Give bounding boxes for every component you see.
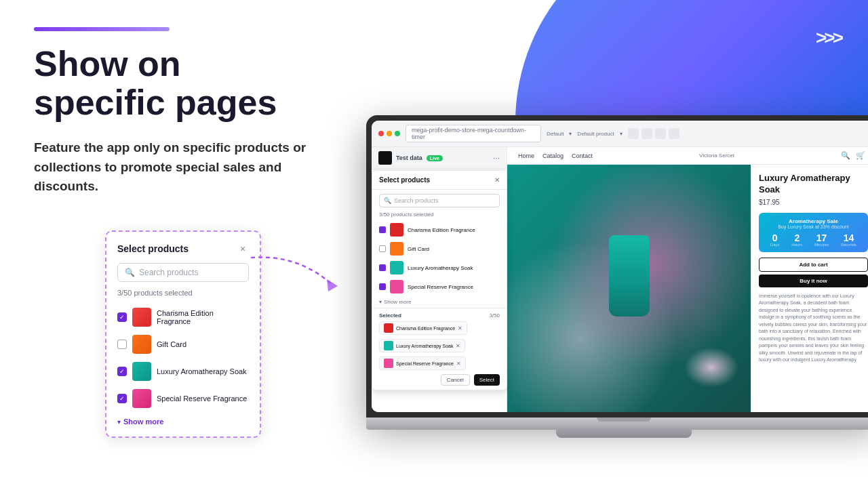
chevron-icon: ▾ bbox=[379, 299, 382, 305]
checkmark-icon-2: ✓ bbox=[119, 368, 125, 375]
nav-links: Home Catalog Contact bbox=[518, 152, 593, 159]
sp-modal-close[interactable]: ✕ bbox=[494, 176, 500, 184]
search-placeholder: Search products bbox=[139, 268, 198, 277]
selected-items-list: Charisma Edition Fragrance ✕ bbox=[379, 321, 500, 335]
modal-footer: Cancel Select bbox=[379, 374, 500, 386]
store-preview: Home Catalog Contact Victoria Sercet 🔍 🛒 bbox=[507, 147, 868, 412]
remove-luxury-button[interactable]: ✕ bbox=[456, 343, 460, 349]
select-button[interactable]: Select bbox=[474, 374, 500, 386]
store-name: Victoria Sercet bbox=[604, 152, 830, 159]
sp-item-special[interactable]: Special Reserve Fragrance bbox=[372, 277, 507, 296]
selected-header: Selected 3/50 bbox=[379, 312, 500, 319]
laptop-screen-outer: mega-profit-demo-store-mega-countdown-ti… bbox=[366, 115, 868, 418]
product-description: Immerse yourself in opulence with our Lu… bbox=[759, 293, 868, 364]
checkbox-charisma[interactable]: ✓ bbox=[117, 312, 127, 322]
accent-bar bbox=[34, 27, 170, 31]
selected-name-luxury: Luxury Aromatherapy Soak bbox=[396, 344, 453, 348]
add-to-cart-button[interactable]: Add to cart bbox=[759, 258, 868, 272]
sp-search[interactable]: 🔍 Search products bbox=[379, 194, 500, 207]
sp-checkbox-special[interactable] bbox=[379, 283, 386, 290]
product-item-charisma[interactable]: ✓ Charisma Edition Fragrance bbox=[117, 304, 249, 331]
selected-name-charisma: Charisma Edition Fragrance bbox=[396, 326, 455, 331]
browser-dots bbox=[378, 131, 400, 136]
sp-item-charisma[interactable]: Charisma Edition Fragrance bbox=[372, 220, 507, 239]
countdown-days-num: 0 bbox=[770, 233, 780, 243]
selected-name-special-sel: Special Reserve Fragrance bbox=[396, 361, 454, 366]
sidebar-logo bbox=[378, 151, 392, 165]
sp-show-more[interactable]: ▾ Show more bbox=[372, 296, 507, 308]
sp-name-charisma: Charisma Edition Fragrance bbox=[408, 227, 475, 233]
nav-link-home[interactable]: Home bbox=[518, 152, 534, 159]
sp-thumb-giftcard bbox=[390, 242, 403, 256]
search-nav-icon[interactable]: 🔍 bbox=[841, 151, 850, 160]
product-name-charisma: Charisma Edition Fragrance bbox=[157, 309, 249, 325]
remove-special-button[interactable]: ✕ bbox=[456, 361, 461, 367]
show-more-text: Show more bbox=[123, 418, 163, 426]
sp-checkbox-charisma[interactable] bbox=[379, 226, 386, 233]
checkbox-giftcard[interactable] bbox=[117, 340, 127, 349]
product-name-special: Special Reserve Fragrance bbox=[157, 394, 247, 403]
laptop-notch bbox=[597, 418, 651, 422]
selected-item-charisma: Charisma Edition Fragrance ✕ bbox=[379, 321, 467, 335]
countdown-seconds: 14 Seconds bbox=[841, 233, 856, 247]
cancel-button[interactable]: Cancel bbox=[441, 374, 470, 386]
main-heading: Show on specific pages bbox=[34, 45, 312, 122]
nav-btn-4[interactable] bbox=[669, 128, 679, 139]
store-navbar: Home Catalog Contact Victoria Sercet 🔍 🛒 bbox=[507, 147, 868, 165]
nav-btn-2[interactable] bbox=[642, 128, 652, 139]
product-name-aromatherapy: Luxury Aromatherapy Soak bbox=[157, 367, 247, 375]
browser-controls: Default ▾ Default product ▾ bbox=[547, 131, 623, 137]
product-item-aromatherapy[interactable]: ✓ Luxury Aromatherapy Soak bbox=[117, 358, 249, 385]
rose-decoration bbox=[684, 347, 738, 388]
remove-charisma-button[interactable]: ✕ bbox=[458, 325, 462, 331]
product-item-giftcard[interactable]: Gift Card bbox=[117, 331, 249, 358]
sp-thumb-aromatherapy bbox=[390, 261, 403, 274]
nav-btn-3[interactable] bbox=[655, 128, 666, 139]
product-thumb-charisma bbox=[132, 308, 151, 327]
editor-sidebar: Test data Live ··· Select products ✕ 🔍 S… bbox=[372, 147, 507, 412]
product-item-special[interactable]: ✓ Special Reserve Fragrance bbox=[117, 385, 249, 412]
selected-label: Selected bbox=[379, 312, 401, 319]
sp-item-aromatherapy[interactable]: Luxury Aromatherapy Soak bbox=[372, 258, 507, 277]
sidebar-label: Test data bbox=[396, 155, 422, 161]
nav-link-contact[interactable]: Contact bbox=[572, 152, 593, 159]
sp-checkbox-aromatherapy[interactable] bbox=[379, 264, 386, 271]
selected-thumb-special-sel bbox=[384, 359, 393, 368]
panel-close-button[interactable]: × bbox=[237, 243, 249, 255]
sub-heading: Feature the app only on specific product… bbox=[34, 138, 312, 197]
sp-modal-header: Select products ✕ bbox=[372, 171, 507, 190]
dot-green bbox=[395, 131, 400, 136]
checkbox-aromatherapy[interactable]: ✓ bbox=[117, 367, 127, 376]
countdown-hours-label: Hours bbox=[791, 243, 802, 247]
countdown-seconds-num: 14 bbox=[841, 233, 856, 243]
selected-section: Selected 3/50 Charisma Edition Fragrance… bbox=[372, 308, 507, 390]
bottle-container bbox=[619, 269, 639, 283]
countdown-days-label: Days bbox=[770, 243, 780, 247]
sp-thumb-special bbox=[390, 280, 403, 293]
nav-btn-1[interactable] bbox=[628, 128, 639, 139]
sp-search-placeholder: Search products bbox=[394, 197, 439, 204]
countdown-subtitle: Buy Luxury Soak at 33% discount bbox=[764, 224, 863, 229]
nav-icons: 🔍 🛒 bbox=[841, 151, 865, 160]
sp-checkbox-giftcard[interactable] bbox=[379, 245, 386, 252]
chevrons-icon: >>> bbox=[816, 27, 841, 49]
nav-link-catalog[interactable]: Catalog bbox=[542, 152, 564, 159]
sp-item-giftcard[interactable]: Gift Card bbox=[372, 239, 507, 258]
dot-yellow bbox=[387, 131, 392, 136]
panel-title: Select products bbox=[117, 243, 189, 254]
nav-buttons bbox=[628, 128, 679, 139]
browser-url[interactable]: mega-profit-demo-store-mega-countdown-ti… bbox=[406, 125, 541, 142]
show-more-link[interactable]: ▾ Show more bbox=[117, 418, 249, 426]
search-icon: 🔍 bbox=[125, 268, 135, 277]
countdown-minutes-label: Minutes bbox=[814, 243, 829, 247]
product-name-giftcard: Gift Card bbox=[157, 340, 186, 348]
product-detail-area: Luxury Aromatherapy Soak $17.95 Aromathe… bbox=[751, 165, 868, 412]
checkbox-special[interactable]: ✓ bbox=[117, 394, 127, 403]
checkmark-icon-3: ✓ bbox=[119, 395, 125, 402]
buy-now-button[interactable]: Buy it now bbox=[759, 274, 868, 287]
sidebar-dots[interactable]: ··· bbox=[493, 153, 500, 163]
cart-icon[interactable]: 🛒 bbox=[856, 151, 865, 160]
browser-bar: mega-profit-demo-store-mega-countdown-ti… bbox=[372, 121, 868, 147]
search-box[interactable]: 🔍 Search products bbox=[117, 263, 249, 282]
chevron-down-icon: ▾ bbox=[117, 418, 121, 426]
